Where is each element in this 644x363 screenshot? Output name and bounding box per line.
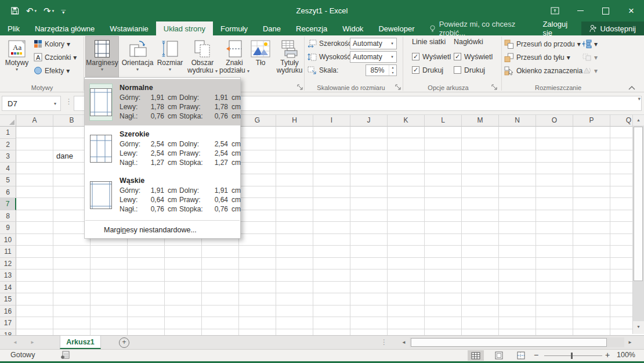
next-sheet-arrow[interactable]: ► bbox=[30, 340, 35, 345]
row-header-10[interactable]: 10 bbox=[0, 234, 16, 246]
scroll-left-arrow[interactable]: ◄ bbox=[401, 340, 406, 345]
column-header-j[interactable]: J bbox=[350, 115, 388, 127]
szeroko-select[interactable]: Automaty▾ bbox=[350, 38, 397, 49]
zoom-out-button[interactable]: − bbox=[534, 350, 538, 360]
row-header-2[interactable]: 2 bbox=[0, 139, 16, 151]
dialog-launcher-scale-to-fit[interactable] bbox=[395, 82, 402, 89]
row-header-3[interactable]: 3 bbox=[0, 150, 16, 163]
minimize-button[interactable] bbox=[567, 0, 593, 21]
column-header-m[interactable]: M bbox=[462, 115, 499, 127]
column-header-p[interactable]: P bbox=[573, 115, 610, 127]
vertical-scrollbar[interactable]: ▲ ▼ bbox=[632, 115, 644, 334]
row-header-13[interactable]: 13 bbox=[0, 269, 16, 282]
view-page-layout-button[interactable] bbox=[491, 350, 507, 361]
themes-kolory-button[interactable]: Kolory▾ bbox=[34, 38, 70, 50]
row-header-9[interactable]: 9 bbox=[0, 222, 16, 234]
tab-deweloper[interactable]: Deweloper bbox=[371, 21, 422, 35]
maximize-button[interactable] bbox=[593, 0, 618, 21]
chevron-down-icon[interactable]: ▾ bbox=[388, 41, 396, 46]
column-header-k[interactable]: K bbox=[388, 115, 425, 127]
spinner-down-icon[interactable]: ▼ bbox=[389, 70, 396, 76]
column-header-n[interactable]: N bbox=[499, 115, 536, 127]
scroll-down-arrow[interactable]: ▼ bbox=[633, 322, 644, 332]
row-header-4[interactable]: 4 bbox=[0, 163, 16, 175]
row-header-16[interactable]: 16 bbox=[0, 306, 16, 318]
horizontal-scroll-thumb[interactable] bbox=[411, 338, 607, 347]
margins-preset-w-skie[interactable]: WąskieGórny:1,91cmDolny:1,91cmLewy:0,64c… bbox=[85, 172, 240, 218]
spinner-up-icon[interactable]: ▲ bbox=[389, 65, 396, 70]
new-sheet-button[interactable]: + bbox=[119, 337, 129, 348]
tab-recenzja[interactable]: Recenzja bbox=[288, 21, 335, 35]
nag-wki-drukuj-checkbox[interactable]: Drukuj bbox=[454, 63, 493, 77]
scroll-right-arrow[interactable]: ► bbox=[628, 340, 632, 345]
margins-preset-szerokie[interactable]: SzerokieGórny:2,54cmDolny:2,54cmLewy:2,5… bbox=[85, 125, 240, 172]
sheet-tab-arkusz1[interactable]: Arkusz1 bbox=[60, 336, 101, 349]
column-header-a[interactable]: A bbox=[16, 115, 53, 127]
row-header-15[interactable]: 15 bbox=[0, 293, 16, 306]
row-header-5[interactable]: 5 bbox=[0, 174, 16, 186]
checkbox-icon[interactable]: ✓ bbox=[412, 53, 419, 60]
align-objects-button[interactable]: ▾ bbox=[582, 38, 598, 50]
checkbox-icon[interactable] bbox=[454, 66, 461, 74]
tab-widok[interactable]: Widok bbox=[335, 21, 371, 35]
tytu-y-wydruku-button[interactable]: Tytuływydruku bbox=[272, 36, 307, 78]
themes-efekty-button[interactable]: Efekty▾ bbox=[34, 64, 70, 77]
column-header-o[interactable]: O bbox=[536, 115, 573, 127]
row-header-8[interactable]: 8 bbox=[0, 210, 16, 222]
row-header-11[interactable]: 11 bbox=[0, 246, 16, 258]
row-header-1[interactable]: 1 bbox=[0, 127, 16, 139]
column-header-g[interactable]: G bbox=[239, 115, 276, 127]
marginesy-button[interactable]: Marginesy▾ bbox=[85, 36, 119, 78]
zoom-in-button[interactable]: + bbox=[605, 350, 610, 360]
przesu-do-przodu-button[interactable]: Przesuń do przodu▾ bbox=[504, 38, 581, 50]
expand-formula-bar-icon[interactable]: ▾ bbox=[638, 96, 641, 102]
cell-b3[interactable]: dane bbox=[56, 150, 73, 163]
scroll-up-arrow[interactable]: ▲ bbox=[633, 115, 644, 126]
row-header-7[interactable]: 7 bbox=[0, 198, 16, 210]
nag-wki-wy-wietl-checkbox[interactable]: ✓Wyświetl bbox=[454, 50, 493, 63]
checkbox-icon[interactable]: ✓ bbox=[412, 66, 419, 74]
vertical-scroll-track[interactable] bbox=[633, 126, 644, 321]
dialog-launcher-sheet-options[interactable] bbox=[491, 82, 498, 89]
chevron-down-icon[interactable]: ▾ bbox=[50, 101, 60, 106]
column-header-q[interactable]: Q bbox=[610, 115, 632, 127]
okienko-zaznaczenia-button[interactable]: Okienko zaznaczenia bbox=[504, 64, 583, 77]
tab-uk-ad-strony[interactable]: Układ strony bbox=[156, 21, 213, 35]
t-o-button[interactable]: Tło bbox=[249, 36, 272, 78]
close-button[interactable]: × bbox=[618, 0, 644, 21]
rozmiar-button[interactable]: Rozmiar▾ bbox=[155, 36, 184, 78]
chevron-down-icon[interactable]: ▾ bbox=[388, 55, 396, 59]
horizontal-scroll-track[interactable] bbox=[410, 337, 624, 347]
prev-sheet-arrow[interactable]: ◄ bbox=[13, 340, 17, 345]
checkbox-icon[interactable]: ✓ bbox=[454, 53, 461, 60]
vertical-scroll-thumb[interactable] bbox=[634, 127, 643, 281]
tab-formu-y[interactable]: Formuły bbox=[213, 21, 255, 35]
custom-margins-item[interactable]: Marginesy niestandardowe... bbox=[85, 222, 240, 238]
view-normal-button[interactable] bbox=[468, 350, 484, 361]
name-box[interactable]: D7 ▾ bbox=[2, 96, 61, 111]
ribbon-display-options-button[interactable] bbox=[542, 0, 567, 21]
margins-preset-normalne[interactable]: NormalneGórny:1,91cmDolny:1,91cmLewy:1,7… bbox=[85, 79, 240, 125]
share-button[interactable]: Udostępnij bbox=[581, 21, 644, 35]
themes-czcionki-button[interactable]: ACzcionki▾ bbox=[34, 51, 77, 63]
row-header-12[interactable]: 12 bbox=[0, 258, 16, 270]
rotate-objects-button[interactable]: ▾ bbox=[582, 64, 598, 77]
tab-narz-dzia-g-wne[interactable]: Narzędzia główne bbox=[27, 21, 102, 35]
przesu-do-ty-u-button[interactable]: Przesuń do tyłu▾ bbox=[504, 51, 570, 63]
column-header-h[interactable]: H bbox=[276, 115, 313, 127]
view-page-break-button[interactable] bbox=[513, 350, 529, 361]
column-header-l[interactable]: L bbox=[425, 115, 462, 127]
tell-me-box[interactable]: Powiedz mi, co chcesz zrobić... bbox=[422, 21, 536, 35]
linie-siatki-drukuj-checkbox[interactable]: ✓Drukuj bbox=[412, 63, 451, 77]
sign-in-button[interactable]: Zaloguj się bbox=[536, 21, 581, 35]
row-header-6[interactable]: 6 bbox=[0, 186, 16, 199]
group-objects-button[interactable]: ▾ bbox=[582, 51, 598, 63]
record-macro-icon[interactable] bbox=[60, 351, 70, 361]
dialog-launcher-page-setup[interactable] bbox=[297, 82, 304, 89]
column-header-i[interactable]: I bbox=[313, 115, 350, 127]
zoom-slider-track[interactable] bbox=[544, 355, 602, 356]
row-header-14[interactable]: 14 bbox=[0, 282, 16, 294]
zoom-slider-handle[interactable] bbox=[571, 353, 573, 359]
tab-plik[interactable]: Plik bbox=[0, 21, 27, 35]
scrollbar-resize-handle[interactable]: ⋮ bbox=[381, 338, 388, 346]
